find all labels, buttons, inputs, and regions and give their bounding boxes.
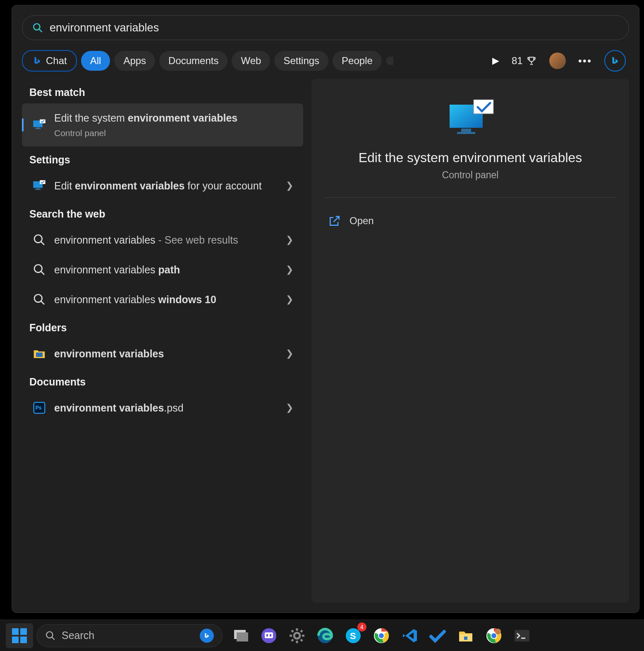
svg-point-28 [46,632,53,638]
open-icon [328,214,341,227]
open-action[interactable]: Open [311,210,629,232]
taskbar-settings[interactable] [285,623,309,648]
detail-panel: Edit the system environment variables Co… [311,79,629,603]
control-panel-icon [33,179,46,192]
taskbar-chrome[interactable] [369,623,394,648]
chevron-right-icon: ❯ [286,180,296,191]
svg-line-15 [41,301,44,304]
task-view-icon [232,627,250,645]
svg-rect-21 [461,129,471,132]
svg-line-29 [52,637,55,640]
bing-search-icon [200,629,214,643]
chrome-icon [372,627,390,645]
filter-row: Chat All Apps Documents Web Settings Peo… [12,47,639,79]
check-icon [429,627,447,645]
filter-overflow[interactable] [386,57,393,65]
taskbar-search[interactable]: Search [36,624,223,647]
result-web-1[interactable]: environment variables path ❯ [22,255,303,285]
svg-line-11 [41,242,44,245]
results-list: Best match Edit the system environment v… [22,79,303,603]
play-icon[interactable]: ▶ [492,55,499,66]
chrome-icon [485,627,503,645]
taskbar-terminal[interactable] [510,623,534,648]
svg-point-56 [495,629,501,634]
svg-rect-5 [40,120,45,123]
svg-text:Ps: Ps [36,405,42,411]
filter-all[interactable]: All [81,51,110,71]
result-web-0[interactable]: environment variables - See web results … [22,225,303,255]
start-button[interactable] [6,623,33,648]
svg-line-42 [301,639,302,641]
windows-icon [11,627,28,644]
chevron-right-icon: ❯ [286,402,296,413]
more-menu[interactable]: ••• [578,55,592,67]
svg-rect-57 [515,630,529,641]
svg-rect-4 [35,129,41,129]
bing-chat-button[interactable] [604,50,626,72]
taskbar-vscode[interactable] [397,623,422,648]
filter-apps[interactable]: Apps [114,51,155,71]
filter-documents[interactable]: Documents [159,51,227,71]
filter-settings[interactable]: Settings [274,51,328,71]
chat-icon [260,627,278,645]
search-panel: Chat All Apps Documents Web Settings Peo… [12,5,639,613]
svg-rect-52 [464,637,467,640]
svg-rect-16 [36,353,43,357]
result-folder-0[interactable]: environment variables ❯ [22,339,303,369]
svg-rect-31 [237,632,248,641]
svg-text:S: S [350,631,356,641]
detail-subtitle: Control panel [311,170,629,181]
svg-line-43 [292,639,293,641]
magnifier-icon [33,263,46,276]
result-best-match[interactable]: Edit the system environment variables Co… [22,103,303,146]
taskbar-explorer[interactable] [453,623,478,648]
result-document-0[interactable]: Ps environment variables.psd ❯ [22,393,303,423]
svg-line-13 [41,271,44,275]
filter-people[interactable]: People [333,51,382,71]
section-settings: Settings [22,146,303,171]
svg-line-44 [301,630,302,632]
user-avatar[interactable] [549,53,566,69]
svg-rect-33 [265,632,273,638]
svg-point-50 [379,633,384,638]
taskbar-task-view[interactable] [228,623,253,648]
search-input[interactable] [50,22,619,34]
result-settings-item[interactable]: Edit environment variables for your acco… [22,171,303,201]
taskbar-edge[interactable] [313,623,338,648]
edge-icon [316,627,334,645]
result-web-2[interactable]: environment variables windows 10 ❯ [22,285,303,314]
svg-point-14 [34,294,42,302]
taskbar-chrome-2[interactable] [481,623,506,648]
svg-rect-34 [266,634,268,637]
svg-rect-9 [40,180,45,184]
folder-icon [457,627,475,645]
svg-point-36 [294,633,300,639]
svg-point-10 [34,235,42,243]
taskbar-chat[interactable] [256,623,281,648]
filter-web[interactable]: Web [232,51,270,71]
badge-count: 4 [357,622,366,632]
chevron-right-icon: ❯ [286,264,296,275]
filter-chat[interactable]: Chat [22,50,77,72]
magnifier-icon [33,233,46,247]
taskbar: Search S 4 [0,620,644,651]
bing-icon [32,55,43,66]
section-folders: Folders [22,314,303,339]
svg-line-41 [292,630,293,632]
divider [324,197,617,198]
taskbar-todo[interactable] [425,623,450,648]
search-icon [45,630,56,641]
svg-rect-8 [35,189,41,190]
section-documents: Documents [22,369,303,393]
section-best-match: Best match [22,79,303,103]
control-panel-icon [33,118,46,132]
chevron-right-icon: ❯ [286,294,296,305]
rewards-points[interactable]: 81 [512,55,537,67]
search-icon [32,22,43,33]
search-box[interactable] [22,15,629,40]
control-panel-large-icon [445,99,495,140]
svg-rect-7 [36,189,40,189]
photoshop-icon: Ps [33,401,46,414]
taskbar-search-placeholder: Search [62,629,94,641]
svg-line-1 [39,29,42,32]
